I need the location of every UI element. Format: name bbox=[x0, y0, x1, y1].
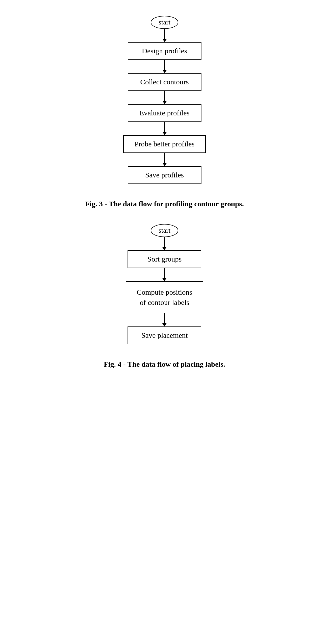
arrow-head-4-3 bbox=[162, 323, 166, 326]
node-save-placement: Save placement bbox=[128, 326, 201, 344]
node-collect-contours: Collect contours bbox=[128, 73, 201, 91]
arrow-4-3 bbox=[162, 313, 166, 326]
figure-4-caption: Fig. 4 - The data flow of placing labels… bbox=[104, 360, 225, 369]
arrow-head-4-1 bbox=[162, 247, 166, 250]
node-probe-better-profiles-label: Probe better profiles bbox=[134, 140, 195, 148]
arrow-head-3-2 bbox=[163, 70, 167, 73]
figure-3-container: start Design profiles Collect contours E… bbox=[0, 16, 329, 224]
arrow-head-4-2 bbox=[162, 278, 166, 281]
node-design-profiles-label: Design profiles bbox=[142, 47, 187, 55]
node-design-profiles: Design profiles bbox=[128, 42, 201, 60]
node-evaluate-profiles-label: Evaluate profiles bbox=[139, 109, 189, 117]
figure-3-caption: Fig. 3 - The data flow for profiling con… bbox=[85, 200, 244, 208]
node-probe-better-profiles: Probe better profiles bbox=[123, 135, 206, 153]
figure-4-container: start Sort groups Compute positionsof co… bbox=[0, 224, 329, 384]
arrow-line-3-3 bbox=[164, 91, 165, 101]
node-save-placement-label: Save placement bbox=[141, 331, 188, 339]
node-sort-groups: Sort groups bbox=[128, 250, 201, 268]
arrow-3-3 bbox=[163, 91, 167, 104]
flowchart-4: start Sort groups Compute positionsof co… bbox=[126, 224, 203, 344]
node-compute-positions-label: Compute positionsof contour labels bbox=[137, 288, 192, 306]
start-node-4: start bbox=[151, 224, 178, 237]
start-label-3: start bbox=[159, 18, 170, 26]
node-save-profiles-label: Save profiles bbox=[145, 171, 184, 179]
arrow-3-2 bbox=[163, 60, 167, 73]
arrow-line-3-5 bbox=[164, 153, 165, 163]
arrow-head-3-5 bbox=[163, 163, 167, 166]
arrow-line-4-3 bbox=[164, 313, 165, 323]
arrow-4-2 bbox=[162, 268, 166, 281]
arrow-line-3-1 bbox=[164, 29, 165, 39]
arrow-head-3-4 bbox=[163, 132, 167, 135]
node-sort-groups-label: Sort groups bbox=[148, 255, 182, 263]
node-collect-contours-label: Collect contours bbox=[140, 78, 189, 86]
arrow-line-4-2 bbox=[164, 268, 165, 278]
arrow-line-4-1 bbox=[164, 237, 165, 247]
arrow-head-3-1 bbox=[163, 39, 167, 42]
arrow-3-4 bbox=[163, 122, 167, 135]
node-evaluate-profiles: Evaluate profiles bbox=[128, 104, 201, 122]
node-compute-positions: Compute positionsof contour labels bbox=[126, 281, 203, 313]
arrow-line-3-2 bbox=[164, 60, 165, 70]
arrow-4-1 bbox=[162, 237, 166, 250]
arrow-line-3-4 bbox=[164, 122, 165, 132]
start-node-3: start bbox=[151, 16, 178, 29]
arrow-3-1 bbox=[163, 29, 167, 42]
flowchart-3: start Design profiles Collect contours E… bbox=[123, 16, 206, 184]
arrow-3-5 bbox=[163, 153, 167, 166]
arrow-head-3-3 bbox=[163, 101, 167, 104]
node-save-profiles: Save profiles bbox=[128, 166, 201, 184]
start-label-4: start bbox=[159, 227, 170, 234]
